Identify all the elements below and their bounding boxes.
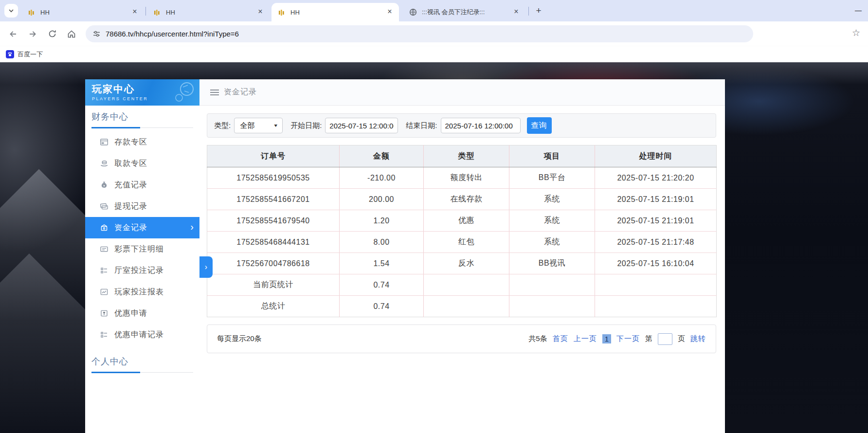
home-icon[interactable]	[65, 28, 78, 40]
tab-2[interactable]: HH ×	[147, 3, 270, 21]
column-header: 金额	[340, 145, 424, 167]
table-row: 总统计0.74	[207, 296, 717, 317]
column-header: 处理时间	[595, 145, 717, 167]
section-underline	[91, 372, 140, 373]
table-row: 1752585541667201200.00在线存款系统2025-07-15 2…	[207, 189, 717, 210]
back-icon[interactable]	[7, 28, 19, 40]
hh-gold-favicon	[153, 8, 162, 17]
baidu-favicon	[6, 50, 14, 58]
table-cell	[509, 296, 595, 317]
sidebar-item-取款专区[interactable]: 取款专区	[85, 153, 199, 174]
table-row: 17525670047866181.54反水BB视讯2025-07-15 16:…	[207, 253, 717, 274]
tab-title: :::视讯 会员下注纪录:::	[422, 8, 509, 17]
sidebar-item-优惠申请记录[interactable]: 优惠申请记录	[85, 324, 199, 345]
report-chart-icon	[100, 288, 108, 296]
table-cell: 1.20	[340, 210, 424, 232]
sidebar-item-存款专区[interactable]: 存款专区	[85, 131, 199, 153]
jump-suffix-label: 页	[678, 334, 685, 343]
sidebar-item-label: 厅室投注记录	[114, 266, 164, 276]
tab-close-icon[interactable]: ×	[256, 8, 265, 17]
browser-toolbar: 78686.tv/hhcp/usercenter.html?iniType=6 …	[0, 21, 868, 46]
sidebar-item-label: 存款专区	[114, 137, 147, 147]
tab-4[interactable]: :::视讯 会员下注纪录::: ×	[403, 3, 525, 21]
sidebar-collapse-handle[interactable]: ›	[199, 256, 213, 278]
end-date-input[interactable]	[441, 118, 521, 133]
new-tab-button[interactable]: +	[532, 5, 545, 18]
tab-close-icon[interactable]: ×	[130, 8, 139, 17]
table-row: 1752585619950535-210.00额度转出BB平台2025-07-1…	[207, 167, 717, 189]
forward-icon[interactable]	[26, 28, 39, 40]
page-header: 资金记录	[199, 79, 725, 106]
tune-icon	[92, 30, 101, 38]
search-button[interactable]: 查询	[527, 117, 552, 134]
table-cell	[595, 274, 717, 296]
finance-section-title: 财务中心	[91, 111, 193, 123]
chevron-down-icon	[8, 8, 14, 14]
table-cell: BB平台	[509, 167, 595, 189]
bookmark-baidu[interactable]: 百度一下	[6, 50, 43, 59]
tab-title: HH	[166, 9, 253, 16]
sidebar-item-优惠申请[interactable]: 优惠申请	[85, 303, 199, 324]
pagination-bar: 每页显示20条 共5条 首页 上一页 1 下一页 第 页 跳转	[207, 325, 716, 353]
sidebar-item-厅室投注记录[interactable]: 厅室投注记录	[85, 260, 199, 281]
sidebar-item-充值记录[interactable]: 充值记录	[85, 174, 199, 196]
next-page-link[interactable]: 下一页	[616, 334, 640, 343]
table-row: 当前页统计0.74	[207, 274, 717, 296]
tab-1[interactable]: HH ×	[21, 3, 144, 21]
ticket-icon	[100, 245, 108, 253]
table-cell: 1.54	[340, 253, 424, 274]
table-cell: BB视讯	[509, 253, 595, 274]
table-cell: 2025-07-15 21:17:48	[595, 232, 717, 253]
hh-gold-favicon	[28, 8, 36, 17]
jump-page-input[interactable]	[658, 333, 672, 345]
chevron-right-icon: ›	[190, 221, 194, 233]
sidebar-item-资金记录[interactable]: 资金记录›	[85, 217, 199, 238]
bookmark-star-icon[interactable]: ☆	[852, 27, 860, 38]
table-cell: 总统计	[207, 296, 340, 317]
tab-title: HH	[290, 9, 382, 16]
jump-link[interactable]: 跳转	[690, 334, 706, 343]
tab-search-menu-button[interactable]	[4, 4, 18, 18]
end-date-label: 结束日期:	[406, 121, 437, 130]
prev-page-link[interactable]: 上一页	[574, 334, 597, 343]
tab-separator	[145, 7, 146, 16]
coupon-icon	[100, 309, 108, 318]
start-date-input[interactable]	[325, 118, 398, 133]
sidebar-item-玩家投注报表[interactable]: 玩家投注报表	[85, 281, 199, 303]
list-check-icon	[100, 266, 108, 275]
sidebar-item-label: 充值记录	[114, 180, 147, 190]
first-page-link[interactable]: 首页	[553, 334, 568, 343]
table-cell	[509, 274, 595, 296]
start-date-label: 开始日期:	[290, 121, 322, 130]
url-bar[interactable]: 78686.tv/hhcp/usercenter.html?iniType=6	[86, 25, 753, 42]
tab-close-icon[interactable]: ×	[385, 8, 394, 17]
table-cell	[424, 274, 509, 296]
reload-icon[interactable]	[46, 28, 58, 40]
tab-separator	[528, 7, 529, 16]
table-cell: 系统	[509, 232, 595, 253]
sidebar-item-label: 优惠申请记录	[114, 330, 164, 340]
tab-3-active[interactable]: HH ×	[271, 3, 399, 21]
type-select-value: 全部	[240, 121, 254, 130]
table-cell: 额度转出	[424, 167, 509, 189]
sidebar-item-彩票下注明细[interactable]: 彩票下注明细	[85, 238, 199, 260]
table-cell: 2025-07-15 21:20:20	[595, 167, 717, 189]
withdraw-hand-icon	[100, 159, 108, 168]
sidebar-item-label: 资金记录	[114, 223, 147, 233]
table-cell: 2025-07-15 21:19:01	[595, 210, 717, 232]
sidebar-item-提现记录[interactable]: 提现记录	[85, 196, 199, 217]
table-cell: 2025-07-15 16:10:04	[595, 253, 717, 274]
table-cell: 1752585541679540	[207, 210, 340, 232]
tab-title: HH	[40, 9, 127, 16]
table-cell: 1752585619950535	[207, 167, 340, 189]
tab-close-icon[interactable]: ×	[512, 8, 521, 17]
table-cell: 1752567004786618	[207, 253, 340, 274]
banknote-icon	[100, 202, 108, 211]
moneybag-icon	[100, 180, 108, 189]
window-minimize-button[interactable]: —	[852, 5, 864, 17]
sidebar-item-label: 提现记录	[114, 201, 147, 212]
players-center-header: 玩家中心 PLAYERS CENTER	[85, 79, 199, 106]
personal-section-title: 个人中心	[91, 356, 193, 367]
deposit-card-icon	[100, 138, 108, 146]
type-select[interactable]: 全部 ▼	[234, 118, 283, 133]
